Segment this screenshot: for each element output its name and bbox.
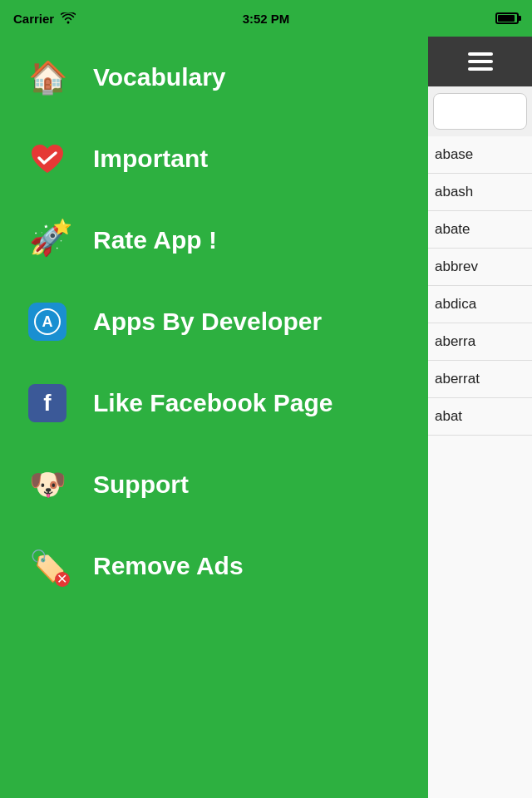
hamburger-line-1: [468, 52, 493, 56]
right-sidebar: abase abash abate abbrev abdica aberra a…: [428, 37, 532, 798]
menu-item-like-facebook[interactable]: f Like Facebook Page: [0, 362, 428, 444]
list-item[interactable]: abdica: [428, 286, 532, 323]
apps-by-developer-label: Apps By Developer: [93, 308, 322, 336]
facebook-icon: f: [28, 384, 66, 422]
search-bar[interactable]: [433, 93, 527, 130]
main-container: 🏠 Vocabulary Important 🚀⭐ Rate App: [0, 37, 532, 798]
hamburger-menu-icon[interactable]: [468, 52, 493, 71]
like-facebook-icon: f: [25, 381, 70, 426]
appstore-inner-icon: A: [34, 308, 61, 335]
like-facebook-label: Like Facebook Page: [93, 389, 332, 417]
important-label: Important: [93, 145, 208, 173]
appstore-svg: A: [28, 303, 66, 341]
remove-ads-icon: 🏷️✕: [25, 544, 70, 589]
word-list: abase abash abate abbrev abdica aberra a…: [428, 136, 532, 798]
battery-icon: [495, 12, 519, 24]
sidebar-header[interactable]: [428, 37, 532, 86]
menu-item-rate-app[interactable]: 🚀⭐ Rate App !: [0, 200, 428, 281]
list-item[interactable]: abate: [428, 211, 532, 249]
status-carrier: Carrier: [13, 12, 76, 26]
important-svg-icon: [28, 140, 66, 178]
status-battery-area: [495, 12, 519, 24]
vocabulary-icon: 🏠: [25, 55, 70, 100]
support-icon: 🐶: [25, 462, 70, 507]
support-label: Support: [93, 470, 189, 499]
svg-text:A: A: [42, 313, 53, 330]
apps-by-developer-icon: A: [25, 299, 70, 344]
menu-panel: 🏠 Vocabulary Important 🚀⭐ Rate App: [0, 37, 428, 798]
hamburger-line-3: [468, 67, 493, 71]
remove-ads-label: Remove Ads: [93, 552, 244, 580]
status-time: 3:52 PM: [243, 12, 290, 26]
important-icon: [25, 136, 70, 181]
list-item[interactable]: abase: [428, 136, 532, 174]
status-bar: Carrier 3:52 PM: [0, 0, 532, 37]
hamburger-line-2: [468, 60, 493, 63]
list-item[interactable]: aberra: [428, 323, 532, 361]
menu-item-remove-ads[interactable]: 🏷️✕ Remove Ads: [0, 525, 428, 607]
vocabulary-label: Vocabulary: [93, 63, 226, 91]
menu-item-apps-by-developer[interactable]: A Apps By Developer: [0, 281, 428, 362]
menu-item-support[interactable]: 🐶 Support: [0, 444, 428, 525]
menu-item-important[interactable]: Important: [0, 118, 428, 200]
rate-app-label: Rate App !: [93, 226, 217, 254]
list-item[interactable]: abbrev: [428, 249, 532, 286]
rate-app-icon: 🚀⭐: [25, 218, 70, 263]
carrier-label: Carrier: [13, 12, 54, 26]
menu-item-vocabulary[interactable]: 🏠 Vocabulary: [0, 37, 428, 118]
list-item[interactable]: abat: [428, 398, 532, 436]
list-item[interactable]: aberrat: [428, 361, 532, 398]
list-item[interactable]: abash: [428, 174, 532, 211]
wifi-icon: [61, 12, 76, 24]
